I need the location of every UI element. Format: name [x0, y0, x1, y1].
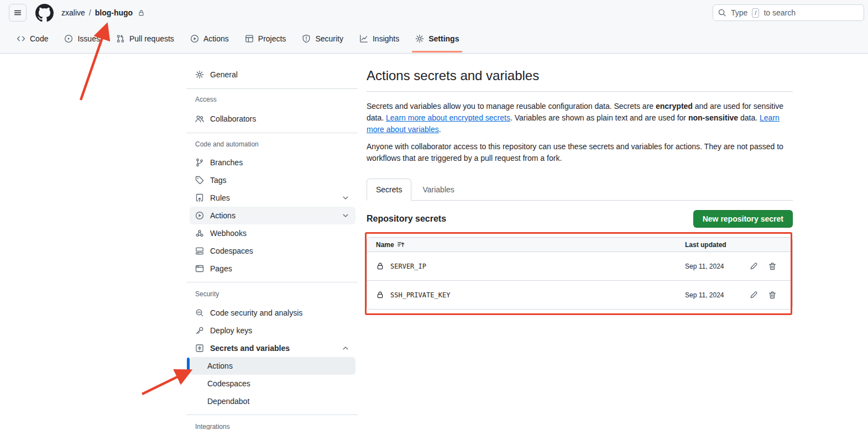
lock-icon — [376, 291, 384, 299]
intro-paragraph-2: Anyone with collaborator access to this … — [367, 141, 793, 164]
sidebar-item-rules[interactable]: Rules — [190, 189, 355, 207]
secrets-icon — [195, 344, 204, 353]
sidebar-item-label: Pages — [210, 264, 232, 273]
intro-bold-non-sensitive: non-sensitive — [688, 113, 738, 122]
tab-actions[interactable]: Actions — [185, 24, 234, 53]
secret-name-cell: SERVER_IP — [376, 262, 685, 270]
global-header: zxalive / blog-hugo Type / to search Cod… — [0, 0, 868, 54]
trash-icon — [768, 291, 777, 300]
table-icon — [245, 34, 254, 43]
gear-icon — [415, 34, 424, 43]
tab-code[interactable]: Code — [11, 24, 54, 53]
issue-icon — [64, 34, 73, 43]
rules-icon — [195, 193, 204, 202]
trash-icon — [768, 262, 777, 271]
sidebar-item-branches[interactable]: Branches — [190, 154, 355, 171]
sidebar-item-code-security[interactable]: Code security and analysis — [190, 304, 355, 322]
section-title: Repository secrets — [367, 214, 446, 224]
sort-ascending-icon — [397, 240, 405, 249]
secret-row: SSH_PRIVATE_KEY Sep 11, 2024 — [367, 280, 792, 309]
browser-icon — [195, 264, 204, 273]
sidebar-item-general[interactable]: General — [190, 66, 355, 83]
sidebar-item-label: Actions — [207, 361, 233, 370]
global-search-input[interactable]: Type / to search — [713, 4, 864, 21]
edit-secret-button[interactable] — [746, 259, 761, 274]
sidebar-item-label: Codespaces — [207, 379, 250, 388]
intro-text-segment: . Variables are shown as plain text and … — [510, 113, 688, 122]
secret-last-updated: Sep 11, 2024 — [685, 291, 746, 299]
sidebar-section-code-automation: Code and automation — [195, 140, 259, 148]
intro-text-segment: data. — [738, 113, 760, 122]
sidebar-item-actions[interactable]: Actions — [190, 207, 355, 224]
search-placeholder-suffix: to search — [764, 8, 796, 17]
sidebar-item-codespaces[interactable]: Codespaces — [190, 242, 355, 260]
tab-settings[interactable]: Settings — [410, 24, 464, 53]
webhook-icon — [195, 229, 204, 238]
sidebar-item-label: Webhooks — [210, 229, 247, 238]
hamburger-menu-button[interactable] — [9, 4, 27, 22]
tab-label: Insights — [373, 34, 399, 43]
column-header-last-updated: Last updated — [685, 241, 746, 249]
secrets-table: Name Last updated SERVER_IP Sep 11, 2024 — [367, 237, 793, 310]
code-scan-icon — [195, 308, 204, 317]
sidebar-item-secrets-and-variables[interactable]: Secrets and variables — [190, 339, 355, 357]
lock-icon — [376, 262, 384, 270]
codespaces-icon — [195, 247, 204, 255]
gear-icon — [195, 70, 204, 79]
github-repo-settings-page: zxalive / blog-hugo Type / to search Cod… — [0, 0, 868, 430]
link-learn-encrypted-secrets[interactable]: Learn more about encrypted secrets — [386, 113, 510, 122]
sidebar-subitem-actions[interactable]: Actions — [190, 357, 355, 375]
settings-sidebar: General Access Collaborators Code and au… — [186, 54, 358, 430]
sidebar-item-collaborators[interactable]: Collaborators — [190, 110, 355, 128]
sidebar-item-tags[interactable]: Tags — [190, 171, 355, 189]
tab-pull-requests[interactable]: Pull requests — [111, 24, 180, 53]
column-header-name[interactable]: Name — [376, 240, 685, 249]
github-logo[interactable] — [35, 4, 54, 22]
tab-security[interactable]: Security — [296, 24, 349, 53]
people-icon — [195, 114, 204, 123]
intro-bold-encrypted: encrypted — [656, 102, 693, 111]
sidebar-item-webhooks[interactable]: Webhooks — [190, 224, 355, 242]
chevron-down-icon — [341, 193, 350, 202]
header-row: zxalive / blog-hugo Type / to search — [0, 0, 868, 25]
search-placeholder-prefix: Type — [731, 8, 747, 17]
sidebar-item-pages[interactable]: Pages — [190, 260, 355, 277]
tab-variables[interactable]: Variables — [414, 179, 463, 200]
delete-secret-button[interactable] — [765, 259, 780, 274]
secrets-variables-tabnav: Secrets Variables — [367, 179, 793, 201]
main-content: Actions secrets and variables Secrets an… — [367, 54, 793, 310]
secret-name: SSH_PRIVATE_KEY — [390, 291, 450, 299]
tab-projects[interactable]: Projects — [239, 24, 292, 53]
key-icon — [195, 326, 204, 335]
tab-insights[interactable]: Insights — [354, 24, 405, 53]
breadcrumb: zxalive / blog-hugo — [61, 8, 145, 17]
sidebar-subitem-dependabot[interactable]: Dependabot — [190, 392, 355, 410]
delete-secret-button[interactable] — [765, 287, 780, 303]
tab-secrets[interactable]: Secrets — [367, 179, 411, 201]
column-name-label: Name — [376, 241, 394, 249]
edit-secret-button[interactable] — [746, 287, 761, 303]
sidebar-item-deploy-keys[interactable]: Deploy keys — [190, 322, 355, 339]
tab-issues[interactable]: Issues — [59, 24, 105, 53]
sidebar-item-label: Deploy keys — [210, 326, 252, 335]
secret-row: SERVER_IP Sep 11, 2024 — [367, 251, 792, 280]
pencil-icon — [749, 291, 758, 300]
annotation-arrow-to-actions — [142, 371, 189, 394]
breadcrumb-repo[interactable]: blog-hugo — [95, 8, 133, 17]
tab-label: Settings — [428, 34, 459, 43]
sidebar-subitem-codespaces[interactable]: Codespaces — [190, 375, 355, 392]
tab-label: Pull requests — [129, 34, 174, 43]
private-repo-lock-icon — [138, 9, 145, 17]
play-circle-icon — [190, 34, 199, 43]
sidebar-divider — [186, 133, 358, 133]
secret-name: SERVER_IP — [390, 263, 426, 270]
sidebar-divider — [186, 88, 358, 89]
new-repository-secret-button[interactable]: New repository secret — [693, 210, 793, 228]
tab-label: Actions — [203, 34, 229, 43]
secret-name-cell: SSH_PRIVATE_KEY — [376, 291, 685, 299]
breadcrumb-owner[interactable]: zxalive — [61, 8, 85, 17]
selected-accent-bar — [187, 358, 190, 374]
sidebar-item-label: General — [210, 70, 238, 79]
repository-secrets-header: Repository secrets New repository secret — [367, 210, 793, 228]
tab-label: Security — [315, 34, 343, 43]
